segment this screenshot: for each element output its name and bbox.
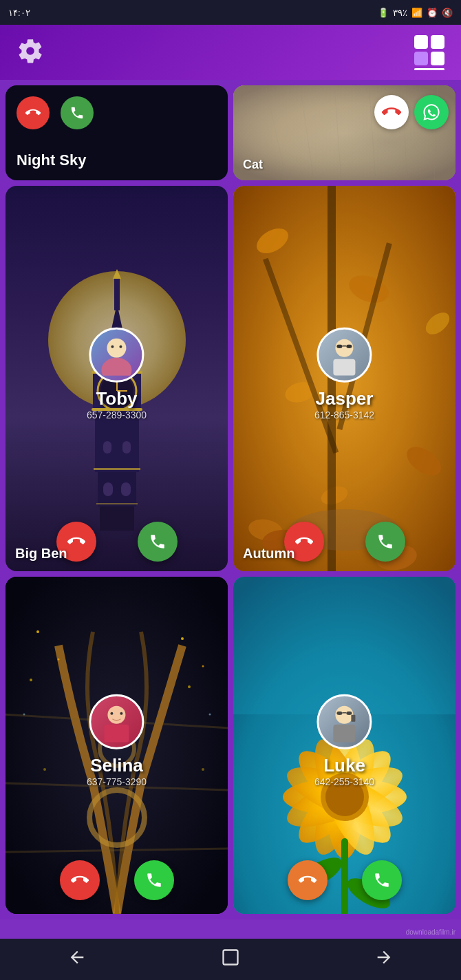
jasper-avatar <box>317 328 372 383</box>
watermark: downloadafilm.ir <box>406 928 455 936</box>
svg-rect-87 <box>334 725 356 743</box>
svg-rect-24 <box>94 468 140 470</box>
status-bar: ۱۴:۰۲ 🔋 ۳۹٪ 📶 ⏰ 🔇 <box>0 0 461 25</box>
cat-card[interactable]: Cat <box>233 85 455 180</box>
top-bar <box>0 25 461 80</box>
bottom-navigation <box>0 939 461 980</box>
autumn-contact-info: Jasper 612-865-3142 <box>314 328 374 420</box>
autumn-accept-button[interactable] <box>365 522 405 562</box>
toby-name: Toby <box>87 388 147 409</box>
svg-rect-90 <box>337 712 343 715</box>
svg-point-62 <box>43 768 46 771</box>
svg-point-54 <box>36 630 39 633</box>
svg-point-29 <box>120 345 122 348</box>
battery-percent: ۳۹٪ <box>393 8 407 18</box>
back-button[interactable] <box>67 948 87 971</box>
luke-call-buttons <box>288 860 402 900</box>
svg-rect-49 <box>347 345 352 348</box>
svg-rect-91 <box>347 712 352 715</box>
bigben-contact-info: Toby 657-289-3300 <box>87 328 147 420</box>
selina-call-buttons <box>60 860 174 900</box>
signal-icon: 📶 <box>411 8 422 18</box>
alarm-icon: ⏰ <box>427 8 438 18</box>
svg-point-26 <box>107 339 127 358</box>
jasper-number: 612-865-3142 <box>314 409 374 420</box>
selina-decline-button[interactable] <box>60 860 100 900</box>
luke-accept-button[interactable] <box>362 860 402 900</box>
mute-icon: 🔇 <box>442 8 453 18</box>
svg-rect-45 <box>334 359 356 376</box>
bigben-label: Big Ben <box>15 546 67 562</box>
svg-point-58 <box>202 665 204 668</box>
svg-point-55 <box>58 659 60 661</box>
autumn-label: Autumn <box>243 546 295 562</box>
svg-point-44 <box>336 339 354 357</box>
battery-icon: 🔋 <box>378 8 389 18</box>
grid-underline <box>414 68 444 70</box>
svg-rect-25 <box>96 503 138 504</box>
svg-rect-68 <box>105 725 129 743</box>
svg-point-61 <box>209 714 211 716</box>
grid-cell-2 <box>431 35 444 49</box>
svg-point-59 <box>188 685 191 688</box>
svg-point-70 <box>120 712 123 715</box>
cat-whatsapp-icon[interactable] <box>414 95 449 129</box>
svg-point-86 <box>336 706 354 724</box>
selina-avatar <box>89 694 144 749</box>
cat-label: Cat <box>243 158 263 172</box>
luke-number: 642-255-3140 <box>314 776 374 787</box>
forward-button[interactable] <box>374 948 394 971</box>
selina-accept-button[interactable] <box>134 860 174 900</box>
svg-rect-22 <box>103 441 111 454</box>
svg-point-63 <box>202 768 204 771</box>
night-sky-card[interactable]: Night Sky <box>6 85 228 180</box>
cat-call-icons <box>374 95 449 129</box>
status-time: ۱۴:۰۲ <box>8 8 30 18</box>
night-sky-label: Night Sky <box>17 151 217 169</box>
time-display: ۱۴:۰۲ <box>8 8 30 18</box>
settings-button[interactable] <box>17 37 44 67</box>
luke-contact-info: Luke 642-255-3140 <box>314 694 374 787</box>
svg-point-67 <box>108 706 126 724</box>
selina-contact-info: Selina 637-775-3290 <box>87 694 147 787</box>
svg-rect-48 <box>337 345 343 348</box>
grid-cell-4 <box>431 52 444 65</box>
selina-name: Selina <box>87 755 147 776</box>
grid-cell-3 <box>414 52 428 65</box>
luke-decline-button[interactable] <box>288 860 328 900</box>
toby-avatar <box>89 328 144 383</box>
home-button[interactable] <box>221 948 240 971</box>
svg-rect-94 <box>223 950 237 965</box>
svg-rect-93 <box>352 715 356 722</box>
status-icons: 🔋 ۳۹٪ 📶 ⏰ 🔇 <box>378 8 453 18</box>
svg-marker-19 <box>113 269 121 279</box>
luke-avatar <box>317 694 372 749</box>
svg-rect-23 <box>122 441 131 454</box>
autumn-call-buttons <box>284 522 405 562</box>
big-ben-card[interactable]: Toby 657-289-3300 Big Ben <box>6 186 228 571</box>
svg-point-28 <box>111 345 114 348</box>
svg-rect-21 <box>121 482 131 496</box>
svg-point-69 <box>111 712 114 715</box>
luke-card[interactable]: Luke 642-255-3140 <box>233 577 455 914</box>
svg-point-56 <box>30 679 32 681</box>
night-sky-accept-button[interactable] <box>61 96 94 129</box>
svg-rect-7 <box>100 503 134 531</box>
jasper-name: Jasper <box>314 388 374 409</box>
grid-icon <box>414 35 444 65</box>
cat-decline-icon[interactable] <box>374 95 409 129</box>
svg-rect-18 <box>114 276 120 310</box>
svg-point-57 <box>181 637 184 640</box>
selina-number: 637-775-3290 <box>87 776 147 787</box>
night-sky-decline-button[interactable] <box>17 96 50 129</box>
autumn-card[interactable]: Jasper 612-865-3142 Autumn <box>233 186 455 571</box>
luke-name: Luke <box>314 755 374 776</box>
toby-number: 657-289-3300 <box>87 409 147 420</box>
selina-card[interactable]: Selina 637-775-3290 <box>6 577 228 914</box>
cards-grid: Night Sky <box>0 80 461 919</box>
grid-cell-1 <box>414 35 428 49</box>
night-sky-buttons <box>17 96 217 129</box>
svg-rect-20 <box>103 482 113 496</box>
grid-view-button[interactable] <box>414 35 444 70</box>
